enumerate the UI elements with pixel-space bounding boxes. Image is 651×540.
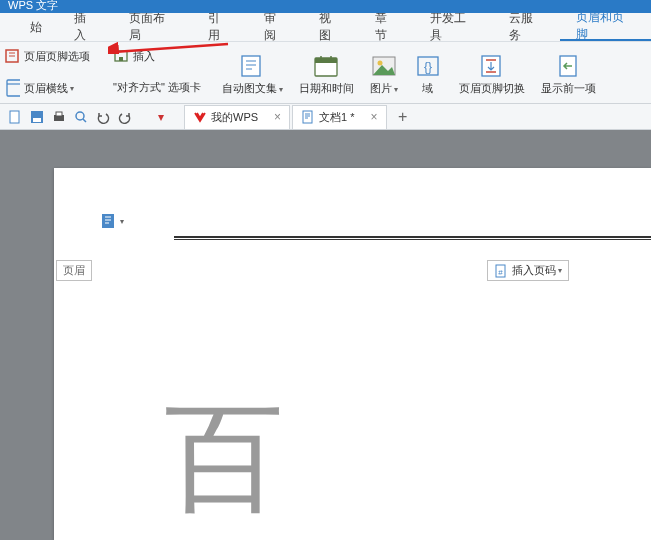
doc-icon <box>301 110 315 124</box>
qat-undo-icon[interactable] <box>93 107 113 127</box>
header-rule-line <box>174 236 651 240</box>
insert-page-number-label: 插入页码 <box>512 263 556 278</box>
qat-new-icon[interactable] <box>5 107 25 127</box>
header-footer-options-label: 页眉页脚选项 <box>24 49 90 64</box>
switch-icon <box>478 53 506 79</box>
header-marker-icon[interactable]: ▾ <box>100 212 124 230</box>
pagenum-icon: # <box>494 264 508 278</box>
picture-icon <box>370 53 398 79</box>
close-icon[interactable]: × <box>371 110 378 124</box>
calendar-icon <box>312 53 340 79</box>
picture-label: 图片▾ <box>370 81 398 96</box>
qat-dropdown-icon[interactable]: ▾ <box>151 107 171 127</box>
tab-mywps-label: 我的WPS <box>211 110 258 125</box>
wps-logo-icon <box>193 110 207 124</box>
insert-icon <box>113 48 129 64</box>
menu-section[interactable]: 章节 <box>359 13 414 41</box>
title-bar: WPS 文字 <box>0 0 651 13</box>
dropdown-icon: ▾ <box>558 266 562 275</box>
ribbon: 页眉页脚选项 页眉横线 ▾ 插入 "对齐方式" 选项卡 自动图文集▾ <box>0 42 651 104</box>
header-footer-options-button[interactable]: 页眉页脚选项 <box>0 46 94 66</box>
datetime-button[interactable]: 日期和时间 <box>291 46 362 102</box>
svg-point-10 <box>377 60 382 65</box>
menu-bar: 始 插入 页面布局 引用 审阅 视图 章节 开发工具 云服务 页眉和页脚 <box>0 13 651 42</box>
header-region-tag: 页眉 <box>56 260 92 281</box>
menu-references[interactable]: 引用 <box>192 13 247 41</box>
qat-redo-icon[interactable] <box>115 107 135 127</box>
insert-label: 插入 <box>133 49 155 64</box>
show-prev-label: 显示前一项 <box>541 81 596 96</box>
quick-access-toolbar: ▾ 我的WPS × 文档1 * × + <box>0 104 651 130</box>
header-footer-switch-button[interactable]: 页眉页脚切换 <box>451 46 533 102</box>
menu-review[interactable]: 审阅 <box>248 13 303 41</box>
svg-rect-16 <box>10 111 19 123</box>
close-icon[interactable]: × <box>274 110 281 124</box>
svg-rect-6 <box>315 58 337 63</box>
options-icon <box>4 48 20 64</box>
svg-line-22 <box>83 119 86 122</box>
header-line-icon <box>4 80 20 96</box>
insert-button[interactable]: 插入 <box>109 46 205 66</box>
ribbon-group-insert: 插入 "对齐方式" 选项卡 <box>103 46 211 97</box>
field-button[interactable]: {} 域 <box>406 46 450 102</box>
menu-insert[interactable]: 插入 <box>58 13 113 41</box>
menu-start[interactable]: 始 <box>14 13 58 41</box>
switch-label: 页眉页脚切换 <box>459 81 525 96</box>
menu-view[interactable]: 视图 <box>303 13 358 41</box>
show-prev-button[interactable]: 显示前一项 <box>533 46 604 102</box>
app-name: WPS 文字 <box>0 0 58 13</box>
qat-save-icon[interactable] <box>27 107 47 127</box>
dropdown-icon: ▾ <box>120 217 124 226</box>
qat-preview-icon[interactable] <box>71 107 91 127</box>
svg-text:#: # <box>498 268 503 277</box>
svg-point-21 <box>76 112 84 120</box>
field-label: 域 <box>422 81 433 96</box>
svg-rect-20 <box>56 112 62 116</box>
dropdown-icon: ▾ <box>70 84 74 93</box>
add-tab-button[interactable]: + <box>393 107 413 127</box>
ribbon-group-left: 页眉页脚选项 页眉横线 ▾ <box>0 46 100 98</box>
menu-devtools[interactable]: 开发工具 <box>414 13 493 41</box>
alignment-tab-button[interactable]: "对齐方式" 选项卡 <box>109 78 205 97</box>
svg-rect-24 <box>102 214 114 228</box>
insert-page-number-button[interactable]: # 插入页码 ▾ <box>487 260 569 281</box>
page-content-text: 百 <box>164 378 284 540</box>
menu-headerfooter[interactable]: 页眉和页脚 <box>560 13 651 41</box>
field-icon: {} <box>414 53 442 79</box>
tab-mywps[interactable]: 我的WPS × <box>184 105 290 129</box>
svg-rect-23 <box>303 111 312 123</box>
svg-rect-18 <box>33 118 41 122</box>
header-line-button[interactable]: 页眉横线 ▾ <box>0 78 94 98</box>
autotext-label: 自动图文集▾ <box>222 81 283 96</box>
autotext-icon <box>238 53 266 79</box>
picture-button[interactable]: 图片▾ <box>362 46 406 102</box>
tab-doc1-label: 文档1 * <box>319 110 354 125</box>
menu-cloud[interactable]: 云服务 <box>493 13 560 41</box>
svg-text:{}: {} <box>424 60 432 74</box>
document-canvas: ▾ 页眉 # 插入页码 ▾ 百 <box>0 130 651 540</box>
alignment-tab-label: "对齐方式" 选项卡 <box>113 80 201 95</box>
prev-icon <box>554 53 582 79</box>
autotext-button[interactable]: 自动图文集▾ <box>214 46 291 102</box>
page[interactable]: ▾ 页眉 # 插入页码 ▾ 百 <box>54 168 651 540</box>
svg-rect-4 <box>242 56 260 76</box>
document-tabs: 我的WPS × 文档1 * × + <box>184 104 413 130</box>
tab-doc1[interactable]: 文档1 * × <box>292 105 386 129</box>
svg-rect-1 <box>7 80 20 96</box>
qat-print-icon[interactable] <box>49 107 69 127</box>
header-line-label: 页眉横线 <box>24 81 68 96</box>
qat-separator <box>137 107 149 127</box>
menu-pagelayout[interactable]: 页面布局 <box>113 13 192 41</box>
datetime-label: 日期和时间 <box>299 81 354 96</box>
